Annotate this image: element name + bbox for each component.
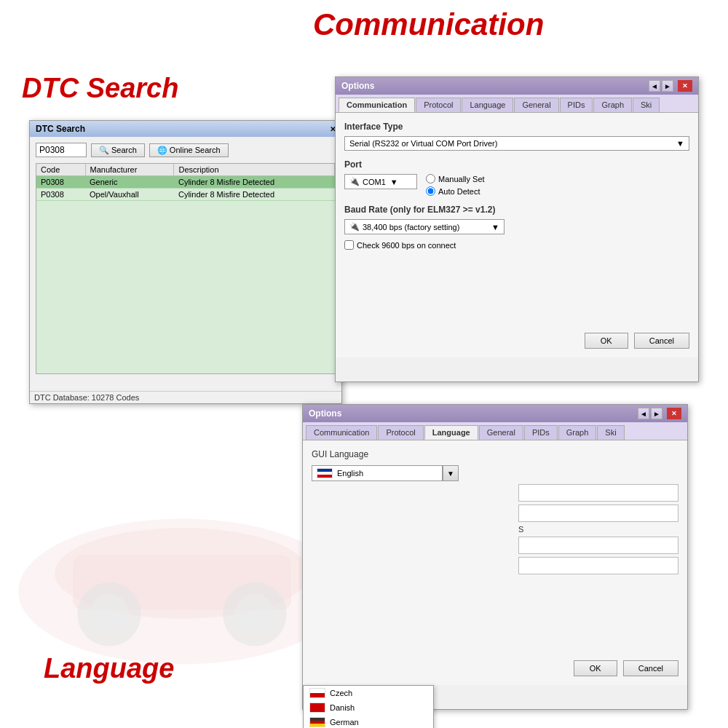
online-search-button[interactable]: 🌐 Online Search <box>149 143 229 157</box>
table-row[interactable]: P0308 Opel/Vauxhall Cylinder 8 Misfire D… <box>36 189 335 201</box>
radio-auto-row: Auto Detect <box>426 186 485 196</box>
interface-type-value: Serial (RS232 or Virtual COM Port Driver… <box>349 139 676 148</box>
tab-ski[interactable]: Ski <box>633 98 660 112</box>
cell-code: P0308 <box>36 176 85 189</box>
col-description: Description <box>174 164 335 176</box>
lang-text-input-2[interactable] <box>518 505 678 522</box>
list-item[interactable]: Danish <box>304 700 433 715</box>
tab-protocol[interactable]: Protocol <box>416 98 461 112</box>
lang-text-input-3[interactable] <box>518 537 678 554</box>
lang-text-input-4[interactable] <box>518 557 678 574</box>
interface-type-label: Interface Type <box>344 122 689 132</box>
check-9600-checkbox[interactable] <box>344 240 354 250</box>
tab-general[interactable]: General <box>514 98 558 112</box>
baud-dropdown-arrow[interactable]: ▼ <box>491 223 499 232</box>
options-comm-title: Options <box>341 81 374 91</box>
lang-tab-general[interactable]: General <box>479 425 523 440</box>
lang-nav-right-btn[interactable]: ► <box>651 408 662 419</box>
title-language: Language <box>44 653 174 684</box>
lang-nav-left-btn[interactable]: ◄ <box>638 408 649 419</box>
port-label: Port <box>344 159 689 170</box>
baud-row: 🔌 38,400 bps (factory setting) ▼ <box>344 219 689 234</box>
lang-tab-graph[interactable]: Graph <box>558 425 597 440</box>
col-code: Code <box>36 164 85 176</box>
table-header-row: Code Manufacturer Description <box>36 164 335 176</box>
radio-manually-label: Manually Set <box>438 175 485 183</box>
language-dropdown-list: Czech Danish German English Spanish Fren… <box>303 685 434 728</box>
tab-language[interactable]: Language <box>462 98 513 112</box>
radio-group: Manually Set Auto Detect <box>426 174 485 196</box>
options-comm-close-btn[interactable]: ✕ <box>678 80 692 92</box>
cell-manufacturer: Opel/Vauxhall <box>85 189 174 201</box>
dtc-title-label: DTC Search <box>36 124 85 134</box>
dtc-results-table: Code Manufacturer Description P0308 Gene… <box>36 164 335 201</box>
title-communication: Communication <box>313 7 544 42</box>
lang-tab-protocol[interactable]: Protocol <box>378 425 423 440</box>
options-window-communication: Options ◄ ► ✕ Communication Protocol Lan… <box>335 76 699 382</box>
options-comm-tabs: Communication Protocol Language General … <box>336 95 698 113</box>
list-item[interactable]: German <box>304 715 433 728</box>
list-item[interactable]: Czech <box>304 686 433 700</box>
ok-button[interactable]: OK <box>585 333 628 349</box>
options-comm-body: Interface Type Serial (RS232 or Virtual … <box>336 113 698 357</box>
gui-lang-selected[interactable]: English <box>312 465 443 481</box>
checkbox-row: Check 9600 bps on connect <box>344 240 689 250</box>
flag-cz-icon <box>309 688 325 698</box>
interface-type-row: Serial (RS232 or Virtual COM Port Driver… <box>344 136 689 151</box>
dtc-table-container: Code Manufacturer Description P0308 Gene… <box>36 163 336 374</box>
lang-german-label: German <box>330 718 359 727</box>
dtc-status-text: DTC Database: 10278 Codes <box>34 393 139 402</box>
cancel-button[interactable]: Cancel <box>634 333 689 349</box>
s-label: S <box>518 525 678 534</box>
baud-label: Baud Rate (only for ELM327 >= v1.2) <box>344 205 689 215</box>
online-icon: 🌐 <box>157 146 167 155</box>
lang-tab-communication[interactable]: Communication <box>306 425 377 440</box>
lang-tab-ski[interactable]: Ski <box>597 425 624 440</box>
lang-select-arrow[interactable]: ▼ <box>443 465 459 481</box>
lang-ok-cancel-row: OK Cancel <box>574 660 678 676</box>
flag-dk-icon <box>309 703 325 713</box>
port-value: COM1 <box>363 178 386 186</box>
port-dropdown-arrow[interactable]: ▼ <box>390 178 398 186</box>
selected-flag-icon <box>317 468 333 478</box>
table-row[interactable]: P0308 Generic Cylinder 8 Misfire Detecte… <box>36 176 335 189</box>
dtc-body: 🔍 Search 🌐 Online Search Code Manufactur… <box>30 137 341 380</box>
lang-ok-button[interactable]: OK <box>574 660 617 676</box>
lang-text-input-1[interactable] <box>518 484 678 502</box>
nav-left-btn[interactable]: ◄ <box>649 80 660 92</box>
lang-cancel-button[interactable]: Cancel <box>623 660 678 676</box>
checkbox-label: Check 9600 bps on connect <box>357 241 456 250</box>
options-lang-close-btn[interactable]: ✕ <box>667 408 681 419</box>
title-dtcsearch: DTC Search <box>22 73 178 104</box>
lang-tab-language[interactable]: Language <box>424 425 478 440</box>
lang-text-fields: S <box>518 484 678 577</box>
connector-icon: 🔌 <box>349 177 360 186</box>
cell-description: Cylinder 8 Misfire Detected <box>174 176 335 189</box>
tab-graph[interactable]: Graph <box>593 98 632 112</box>
flag-de-icon <box>309 717 325 727</box>
lang-czech-label: Czech <box>330 689 352 697</box>
dtc-code-input[interactable] <box>36 143 87 157</box>
lang-tab-pids[interactable]: PIDs <box>524 425 558 440</box>
radio-manually[interactable] <box>426 174 435 183</box>
nav-right-btn[interactable]: ► <box>662 80 673 92</box>
options-lang-title: Options <box>309 408 341 419</box>
gui-lang-label: GUI Language <box>312 449 678 459</box>
options-window-language: Options ◄ ► ✕ Communication Protocol Lan… <box>302 404 688 710</box>
baud-value: 38,400 bps (factory setting) <box>363 223 491 232</box>
lang-danish-label: Danish <box>330 703 355 712</box>
cell-manufacturer: Generic <box>85 176 174 189</box>
svg-point-6 <box>235 594 275 634</box>
radio-manually-row: Manually Set <box>426 174 485 183</box>
ok-cancel-row: OK Cancel <box>585 333 689 349</box>
search-icon: 🔍 <box>99 146 109 155</box>
dtc-search-window: DTC Search ✕ 🔍 Search 🌐 Online Search Co… <box>29 120 342 404</box>
dtc-statusbar: DTC Database: 10278 Codes <box>30 391 341 403</box>
search-button[interactable]: 🔍 Search <box>91 143 145 157</box>
radio-auto[interactable] <box>426 186 435 196</box>
baud-icon: 🔌 <box>349 222 360 232</box>
radio-auto-label: Auto Detect <box>438 187 480 196</box>
interface-dropdown-arrow[interactable]: ▼ <box>676 139 684 148</box>
tab-communication[interactable]: Communication <box>339 98 415 112</box>
tab-pids[interactable]: PIDs <box>560 98 593 112</box>
